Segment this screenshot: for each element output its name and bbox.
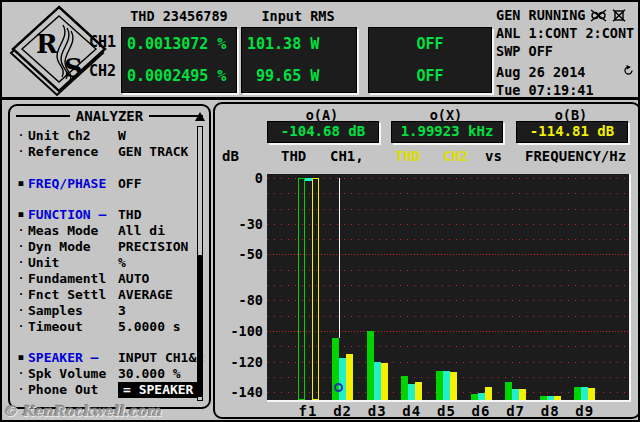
menu-item-unit-ch2[interactable]: ·Unit Ch2W: [14, 128, 192, 144]
bar-d8-thd-ch1: [540, 396, 547, 400]
group-bullet-icon: ■: [14, 207, 28, 223]
measurement-title: THD 23456789: [121, 8, 237, 24]
y-tick-label: -100: [215, 324, 263, 338]
menu-item-value: PRECISION: [118, 239, 188, 255]
menu-item-spk-volume[interactable]: ·Spk Volume30.000 %: [14, 366, 192, 382]
bar-f1-thd-ch2: [312, 178, 319, 400]
menu-item-function[interactable]: ■FUNCTION –THD: [14, 207, 192, 223]
bar-d6-overlap: [478, 393, 485, 400]
menu-item-speaker[interactable]: ■SPEAKER —INPUT CH1&2: [14, 350, 192, 366]
y-tick-label: 0: [215, 171, 263, 185]
bar-d3-thd-ch2: [381, 363, 388, 400]
aux-display: OFF OFF: [368, 27, 492, 93]
menu-item-value: %: [118, 255, 126, 271]
analyzer-panel-title-row: ANALYZER: [16, 108, 203, 124]
scrollbar-thumb[interactable]: [197, 255, 203, 397]
legend-item: CH2: [443, 148, 468, 164]
watermark: © KenRockwell.com: [3, 403, 161, 419]
menu-item-value: All di: [118, 223, 165, 239]
legend-item: FREQUENCY/Hz: [525, 148, 626, 164]
generator-status: GEN RUNNING: [496, 6, 585, 24]
item-bullet-icon: ·: [14, 287, 28, 303]
analyzer-menu: ·Unit Ch2W·ReferenceGEN TRACK■FREQ/PHASE…: [14, 128, 192, 398]
bar-d4-overlap: [408, 384, 415, 400]
item-bullet-icon: ·: [14, 303, 28, 319]
bar-d2-thd-ch2: [346, 354, 353, 401]
chart-panel: o(A) o(X) o(B) -104.68 dB 1.99923 kHz -1…: [213, 102, 640, 419]
analyzer-status: ANL 1:CONT 2:CONT: [496, 24, 638, 42]
bar-d7-thd-ch2: [519, 389, 526, 400]
menu-item-meas-mode[interactable]: ·Meas ModeAll di: [14, 223, 192, 239]
menu-item-timeout[interactable]: ·Timeout5.0000 s: [14, 319, 192, 335]
y-tick-label: -140: [215, 385, 263, 399]
menu-item-label: Fundamentl: [28, 271, 118, 287]
menu-item-label: FUNCTION –: [28, 207, 118, 223]
time-text: Tue 07:19:41: [496, 81, 638, 99]
menu-scrollbar[interactable]: [195, 110, 204, 403]
cursor-b-value: -114.81 dB: [516, 121, 628, 143]
input-rms-display: 101.38 W 99.65 W: [241, 27, 357, 93]
group-bullet-icon: ■: [14, 176, 28, 192]
menu-item-dyn-mode[interactable]: ·Dyn ModePRECISION: [14, 239, 192, 255]
gridline: [267, 270, 629, 271]
svg-text:R: R: [36, 29, 58, 59]
menu-item-reference[interactable]: ·ReferenceGEN TRACK: [14, 144, 192, 160]
gridline: [267, 239, 629, 240]
title-rule-left: [16, 115, 70, 117]
menu-item-value: 30.000 %: [118, 366, 181, 382]
cursor-a-value: -104.68 dB: [267, 121, 379, 143]
bar-d9-thd-ch2: [588, 388, 595, 400]
x-label-d6: d6: [464, 403, 498, 419]
scrollbar-track[interactable]: [197, 126, 203, 401]
menu-item-label: Samples: [28, 303, 118, 319]
menu-item-label: Dyn Mode: [28, 239, 118, 255]
menu-item-fnct-settl[interactable]: ·Fnct SettlAVERAGE: [14, 287, 192, 303]
aux-ch1-value: OFF: [369, 37, 491, 52]
menu-blank-row: [14, 192, 192, 208]
x-label-d9: d9: [568, 403, 602, 419]
gridline: [267, 300, 629, 301]
menu-item-label: FREQ/PHASE: [28, 176, 118, 192]
bar-d5-thd-ch2: [450, 372, 457, 400]
gridline: [267, 346, 629, 347]
analyzer-panel-title: ANALYZER: [70, 108, 149, 124]
ch1-label: CH1: [84, 33, 116, 51]
menu-item-samples[interactable]: ·Samples3: [14, 303, 192, 319]
menu-item-phone-out[interactable]: ·Phone Out= SPEAKER: [14, 382, 192, 398]
x-label-d2: d2: [326, 403, 360, 419]
y-tick-label: -30: [215, 217, 263, 231]
menu-item-value: AUTO: [118, 271, 149, 287]
menu-item-value: 5.0000 s: [118, 319, 181, 335]
cursor-x-value: 1.99923 kHz: [391, 121, 503, 143]
x-axis-labels: f1d2d3d4d5d6d7d8d9: [267, 403, 629, 419]
menu-item-unit[interactable]: ·Unit%: [14, 255, 192, 271]
rms-ch2-value: 99.65 W: [242, 69, 356, 84]
status-block: GEN RUNNING ANL 1:CONT 2:CONT SWP OFF Au…: [496, 6, 638, 99]
bar-d5-overlap: [443, 371, 450, 400]
bar-f1-thd-ch1: [298, 178, 305, 400]
gridline: [267, 224, 629, 225]
menu-item-freq-phase[interactable]: ■FREQ/PHASEOFF: [14, 176, 192, 192]
menu-item-value: GEN TRACK: [118, 144, 188, 160]
bar-d8-overlap: [547, 396, 554, 400]
bar-d4-thd-ch1: [401, 376, 408, 400]
bar-d6-thd-ch1: [471, 394, 478, 400]
bar-d7-overlap: [512, 389, 519, 400]
y-tick-label: -120: [215, 355, 263, 369]
scrollbar-up-arrow-icon[interactable]: [195, 112, 205, 121]
legend-item: vs: [485, 148, 502, 164]
legend-item: THD: [281, 148, 306, 164]
item-bullet-icon: ·: [14, 319, 28, 335]
menu-item-label: Timeout: [28, 319, 118, 335]
menu-item-fundamentl[interactable]: ·FundamentlAUTO: [14, 271, 192, 287]
gridline: [267, 285, 629, 286]
gridline: [267, 178, 629, 179]
gridline: [267, 316, 629, 317]
item-bullet-icon: ·: [14, 271, 28, 287]
thd-ch2-value: 0.0002495 %: [122, 69, 236, 84]
x-label-f1: f1: [291, 403, 325, 419]
gridline: [267, 209, 629, 210]
x-label-d8: d8: [533, 403, 567, 419]
menu-item-label: Spk Volume: [28, 366, 118, 382]
rms-ch1-value: 101.38 W: [242, 37, 356, 52]
